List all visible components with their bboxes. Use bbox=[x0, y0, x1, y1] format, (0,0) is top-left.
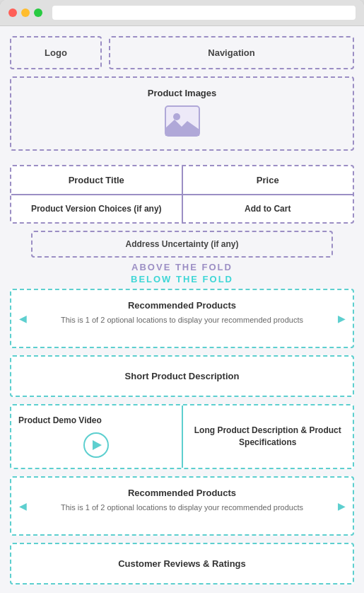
carousel-left-arrow-2[interactable]: ◀ bbox=[16, 499, 30, 513]
address-uncertainty-label: Address Uncertainty (if any) bbox=[125, 239, 238, 249]
customer-reviews-box: Customer Reviews & Ratings bbox=[10, 543, 354, 585]
page-content: Logo Navigation Product Images bbox=[0, 26, 364, 593]
above-fold-label: ABOVE THE FOLD bbox=[10, 262, 354, 272]
recommended-products-2-box: ◀ Recommended Products This is 1 of 2 op… bbox=[10, 476, 354, 536]
play-icon bbox=[93, 440, 102, 450]
video-longdesc-wrapper: Product Demo Video Long Product Descript… bbox=[10, 404, 354, 469]
nav-box: Navigation bbox=[109, 36, 354, 69]
version-label: Product Version Choices (if any) bbox=[31, 204, 162, 214]
recommended-products-2-desc: This is 1 of 2 optional locations to dis… bbox=[33, 502, 331, 513]
play-button[interactable] bbox=[83, 432, 109, 458]
title-price-row: Product Title Price bbox=[11, 166, 353, 194]
recommended-products-1-box: ◀ Recommended Products This is 1 of 2 op… bbox=[10, 289, 354, 348]
nav-label: Navigation bbox=[208, 47, 254, 58]
minimize-button[interactable] bbox=[21, 8, 30, 17]
carousel-right-arrow-2[interactable]: ▶ bbox=[334, 499, 348, 513]
address-uncertainty-box: Address Uncertainty (if any) bbox=[31, 231, 333, 258]
product-details-wrapper: Product Title Price Product Version Choi… bbox=[10, 165, 354, 224]
recommended-products-2-title: Recommended Products bbox=[33, 488, 331, 498]
product-images-label: Product Images bbox=[18, 88, 346, 98]
short-description-box: Short Product Description bbox=[10, 355, 354, 397]
carousel-box-1: ◀ Recommended Products This is 1 of 2 op… bbox=[11, 290, 353, 347]
product-images-box: Product Images bbox=[10, 76, 354, 151]
price-cell: Price bbox=[183, 166, 353, 194]
carousel-box-2: ◀ Recommended Products This is 1 of 2 op… bbox=[11, 478, 353, 534]
longdesc-box: Long Product Description & Product Speci… bbox=[183, 405, 353, 468]
image-placeholder-icon bbox=[165, 105, 200, 137]
video-longdesc-row: Product Demo Video Long Product Descript… bbox=[11, 405, 353, 468]
recommended-products-1-desc: This is 1 of 2 optional locations to dis… bbox=[33, 315, 331, 326]
short-description-label: Short Product Description bbox=[11, 357, 353, 396]
carousel-right-arrow-1[interactable]: ▶ bbox=[334, 311, 348, 326]
version-cart-row: Product Version Choices (if any) Add to … bbox=[11, 195, 353, 222]
recommended-products-1-title: Recommended Products bbox=[33, 300, 331, 311]
longdesc-title: Long Product Description & Product Speci… bbox=[190, 425, 346, 449]
svg-point-1 bbox=[173, 113, 180, 120]
cart-label: Add to Cart bbox=[245, 204, 290, 214]
below-fold-label: BELOW THE FOLD bbox=[10, 274, 354, 284]
fold-labels: ABOVE THE FOLD BELOW THE FOLD bbox=[10, 262, 354, 284]
logo-label: Logo bbox=[45, 47, 67, 58]
browser-chrome bbox=[0, 0, 364, 26]
version-cell: Product Version Choices (if any) bbox=[11, 195, 182, 222]
customer-reviews-label: Customer Reviews & Ratings bbox=[11, 544, 353, 583]
video-box: Product Demo Video bbox=[11, 405, 182, 468]
video-title: Product Demo Video bbox=[18, 415, 175, 425]
product-title-label: Product Title bbox=[69, 175, 124, 185]
product-title-cell: Product Title bbox=[11, 166, 182, 194]
address-bar[interactable] bbox=[52, 6, 356, 20]
close-button[interactable] bbox=[8, 8, 17, 17]
header-row: Logo Navigation bbox=[10, 36, 354, 69]
carousel-left-arrow-1[interactable]: ◀ bbox=[16, 311, 30, 326]
cart-cell: Add to Cart bbox=[183, 195, 353, 222]
maximize-button[interactable] bbox=[34, 8, 42, 17]
logo-box: Logo bbox=[10, 36, 102, 69]
browser-window: Logo Navigation Product Images bbox=[0, 0, 364, 593]
price-label: Price bbox=[257, 175, 279, 185]
